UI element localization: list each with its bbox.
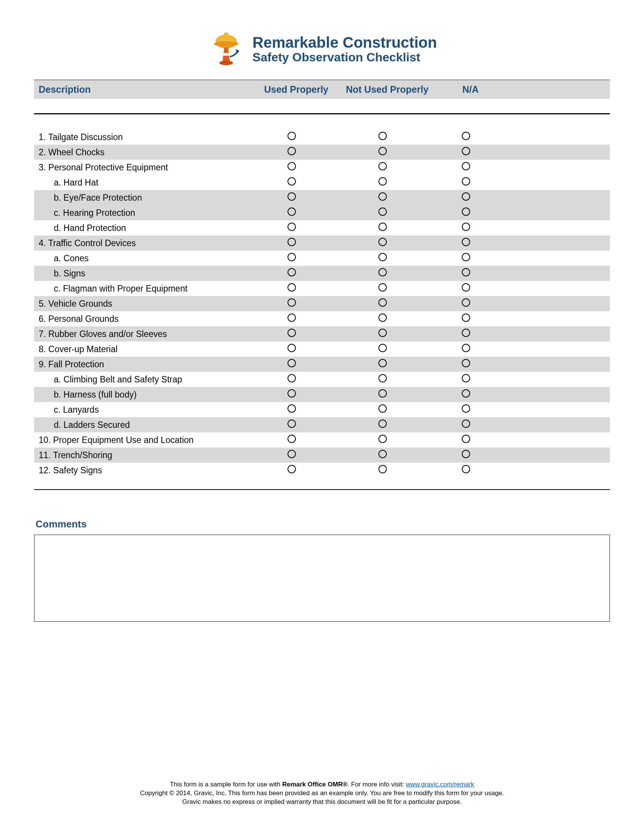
not-used-properly-option[interactable] — [333, 162, 432, 173]
radio-circle-icon[interactable] — [378, 177, 387, 185]
radio-circle-icon[interactable] — [378, 374, 387, 383]
radio-circle-icon[interactable] — [462, 420, 470, 428]
na-option[interactable] — [443, 147, 489, 158]
radio-circle-icon[interactable] — [288, 435, 296, 443]
used-properly-option[interactable] — [250, 223, 333, 233]
na-option[interactable] — [443, 162, 489, 173]
not-used-properly-option[interactable] — [333, 404, 432, 415]
radio-circle-icon[interactable] — [288, 298, 296, 307]
radio-circle-icon[interactable] — [378, 238, 387, 246]
radio-circle-icon[interactable] — [288, 283, 296, 291]
not-used-properly-option[interactable] — [333, 389, 432, 400]
radio-circle-icon[interactable] — [462, 329, 470, 337]
na-option[interactable] — [443, 132, 489, 142]
radio-circle-icon[interactable] — [462, 450, 470, 458]
used-properly-option[interactable] — [250, 298, 333, 309]
na-option[interactable] — [443, 359, 489, 370]
radio-circle-icon[interactable] — [462, 147, 470, 155]
radio-circle-icon[interactable] — [462, 162, 470, 170]
radio-circle-icon[interactable] — [462, 404, 470, 413]
radio-circle-icon[interactable] — [378, 147, 387, 155]
not-used-properly-option[interactable] — [333, 207, 432, 218]
radio-circle-icon[interactable] — [378, 404, 387, 413]
radio-circle-icon[interactable] — [378, 283, 387, 291]
na-option[interactable] — [443, 344, 489, 354]
radio-circle-icon[interactable] — [462, 177, 470, 185]
radio-circle-icon[interactable] — [288, 162, 296, 170]
used-properly-option[interactable] — [250, 420, 333, 430]
radio-circle-icon[interactable] — [378, 162, 387, 170]
na-option[interactable] — [443, 389, 489, 400]
comments-box[interactable] — [34, 535, 610, 622]
radio-circle-icon[interactable] — [288, 465, 296, 473]
radio-circle-icon[interactable] — [288, 253, 296, 261]
na-option[interactable] — [443, 207, 489, 218]
radio-circle-icon[interactable] — [462, 344, 470, 352]
na-option[interactable] — [443, 253, 489, 264]
radio-circle-icon[interactable] — [462, 223, 470, 231]
used-properly-option[interactable] — [250, 238, 333, 248]
used-properly-option[interactable] — [250, 435, 333, 445]
radio-circle-icon[interactable] — [378, 132, 387, 140]
radio-circle-icon[interactable] — [378, 253, 387, 261]
radio-circle-icon[interactable] — [462, 132, 470, 140]
radio-circle-icon[interactable] — [462, 192, 470, 201]
not-used-properly-option[interactable] — [333, 450, 432, 460]
used-properly-option[interactable] — [250, 389, 333, 400]
na-option[interactable] — [443, 223, 489, 233]
not-used-properly-option[interactable] — [333, 435, 432, 445]
not-used-properly-option[interactable] — [333, 465, 432, 476]
used-properly-option[interactable] — [250, 207, 333, 218]
radio-circle-icon[interactable] — [462, 389, 470, 397]
not-used-properly-option[interactable] — [333, 359, 432, 370]
radio-circle-icon[interactable] — [378, 450, 387, 458]
used-properly-option[interactable] — [250, 162, 333, 173]
radio-circle-icon[interactable] — [288, 223, 296, 231]
not-used-properly-option[interactable] — [333, 344, 432, 354]
radio-circle-icon[interactable] — [288, 389, 296, 397]
used-properly-option[interactable] — [250, 314, 333, 324]
used-properly-option[interactable] — [250, 147, 333, 158]
radio-circle-icon[interactable] — [378, 207, 387, 216]
not-used-properly-option[interactable] — [333, 298, 432, 309]
na-option[interactable] — [443, 298, 489, 309]
na-option[interactable] — [443, 238, 489, 248]
radio-circle-icon[interactable] — [288, 374, 296, 383]
not-used-properly-option[interactable] — [333, 329, 432, 339]
used-properly-option[interactable] — [250, 465, 333, 476]
used-properly-option[interactable] — [250, 344, 333, 354]
radio-circle-icon[interactable] — [288, 207, 296, 216]
radio-circle-icon[interactable] — [462, 435, 470, 443]
used-properly-option[interactable] — [250, 192, 333, 203]
na-option[interactable] — [443, 435, 489, 445]
not-used-properly-option[interactable] — [333, 253, 432, 264]
na-option[interactable] — [443, 465, 489, 476]
not-used-properly-option[interactable] — [333, 223, 432, 233]
not-used-properly-option[interactable] — [333, 132, 432, 142]
na-option[interactable] — [443, 314, 489, 324]
used-properly-option[interactable] — [250, 268, 333, 279]
radio-circle-icon[interactable] — [462, 268, 470, 277]
radio-circle-icon[interactable] — [288, 329, 296, 337]
used-properly-option[interactable] — [250, 283, 333, 294]
radio-circle-icon[interactable] — [288, 359, 296, 367]
radio-circle-icon[interactable] — [378, 465, 387, 473]
radio-circle-icon[interactable] — [462, 238, 470, 246]
radio-circle-icon[interactable] — [378, 389, 387, 397]
radio-circle-icon[interactable] — [462, 253, 470, 261]
radio-circle-icon[interactable] — [288, 238, 296, 246]
na-option[interactable] — [443, 177, 489, 188]
radio-circle-icon[interactable] — [288, 147, 296, 155]
radio-circle-icon[interactable] — [288, 314, 296, 322]
not-used-properly-option[interactable] — [333, 283, 432, 294]
na-option[interactable] — [443, 420, 489, 430]
na-option[interactable] — [443, 192, 489, 203]
na-option[interactable] — [443, 283, 489, 294]
radio-circle-icon[interactable] — [378, 435, 387, 443]
not-used-properly-option[interactable] — [333, 238, 432, 248]
radio-circle-icon[interactable] — [378, 314, 387, 322]
radio-circle-icon[interactable] — [462, 314, 470, 322]
used-properly-option[interactable] — [250, 329, 333, 339]
used-properly-option[interactable] — [250, 132, 333, 142]
na-option[interactable] — [443, 374, 489, 385]
